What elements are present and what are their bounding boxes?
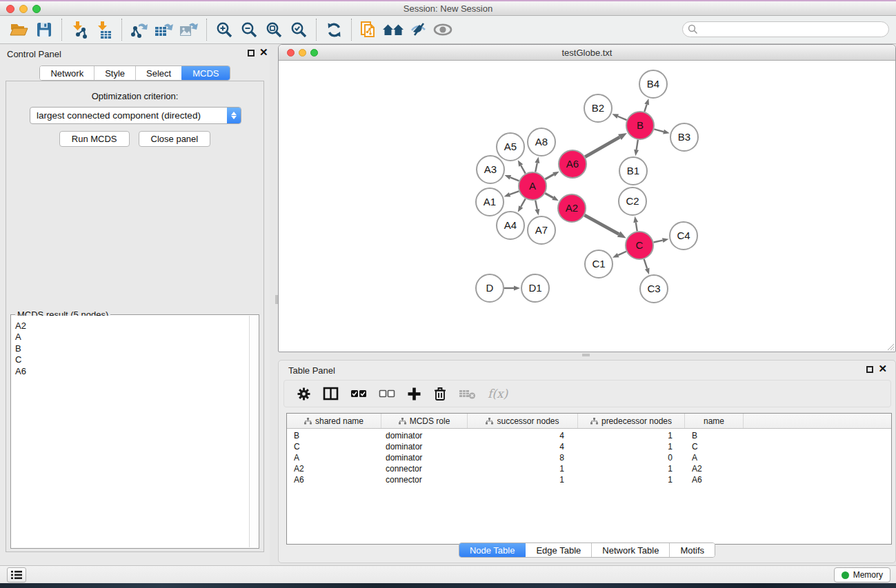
export-table-icon[interactable]: [152, 18, 177, 41]
tab-edge-table[interactable]: Edge Table: [526, 543, 592, 557]
zoom-out-icon[interactable]: [237, 18, 261, 41]
column-header-MCDS-role[interactable]: MCDS role: [381, 414, 468, 428]
export-image-icon[interactable]: [177, 18, 201, 41]
function-builder-icon[interactable]: f(x): [488, 387, 508, 401]
delete-table-icon[interactable]: [459, 387, 476, 400]
resize-grip-icon[interactable]: [886, 342, 895, 351]
column-header-predecessor-nodes[interactable]: predecessor nodes: [578, 414, 685, 428]
table-row[interactable]: Cdominator41C: [287, 442, 891, 453]
delete-column-trash-icon[interactable]: [433, 386, 447, 401]
graph-node-B[interactable]: B: [626, 112, 654, 139]
table-row[interactable]: Bdominator41B: [287, 431, 891, 442]
graph-node-D[interactable]: D: [476, 274, 504, 302]
close-panel-button[interactable]: Close panel: [139, 131, 211, 147]
open-session-icon[interactable]: [7, 18, 32, 41]
mcds-result-item[interactable]: B: [15, 343, 249, 354]
graph-edge[interactable]: [613, 252, 626, 258]
graph-node-A1[interactable]: A1: [476, 188, 504, 216]
zoom-in-icon[interactable]: [212, 18, 237, 41]
graph-node-A7[interactable]: A7: [528, 216, 555, 244]
export-network-icon[interactable]: [127, 18, 152, 41]
search-input[interactable]: [682, 21, 889, 37]
home-icon[interactable]: [381, 18, 406, 41]
graph-edge[interactable]: [535, 201, 539, 216]
table-row[interactable]: Adominator80A: [287, 453, 891, 464]
graph-edge[interactable]: [535, 157, 539, 172]
select-all-icon[interactable]: [350, 389, 367, 398]
graph-node-A2[interactable]: A2: [558, 194, 586, 222]
graph-edge[interactable]: [504, 191, 519, 196]
mcds-result-item[interactable]: A2: [15, 321, 249, 332]
import-network-icon[interactable]: [67, 18, 92, 41]
graph-edge[interactable]: [518, 160, 526, 174]
graph-edge[interactable]: [584, 215, 626, 238]
column-header-name[interactable]: name: [685, 414, 744, 428]
float-table-panel-icon[interactable]: [866, 366, 873, 373]
graph-edge[interactable]: [545, 193, 559, 201]
graph-node-C[interactable]: C: [626, 232, 653, 259]
graph-edge[interactable]: [545, 172, 559, 179]
mcds-result-item[interactable]: A: [15, 332, 249, 343]
graph-edge[interactable]: [585, 133, 627, 157]
refresh-layout-icon[interactable]: [321, 18, 346, 41]
zoom-selected-icon[interactable]: [286, 18, 311, 41]
run-mcds-button[interactable]: Run MCDS: [59, 131, 130, 147]
mcds-result-item[interactable]: C: [15, 354, 249, 365]
graph-node-D1[interactable]: D1: [521, 274, 549, 302]
graph-edge[interactable]: [612, 114, 626, 120]
tab-network-table[interactable]: Network Table: [592, 543, 670, 557]
column-header-successor-nodes[interactable]: successor nodes: [468, 414, 578, 428]
duplicate-network-icon[interactable]: [357, 18, 381, 41]
graph-node-A6[interactable]: A6: [559, 150, 586, 178]
graph-edge[interactable]: [634, 140, 639, 156]
graph-edge[interactable]: [504, 286, 520, 291]
graph-node-B2[interactable]: B2: [584, 94, 612, 122]
table-settings-gear-icon[interactable]: [297, 387, 311, 401]
tab-network[interactable]: Network: [40, 66, 94, 80]
tab-mcds[interactable]: MCDS: [181, 65, 230, 81]
graph-node-A4[interactable]: A4: [497, 212, 524, 239]
memory-button[interactable]: Memory: [834, 567, 890, 582]
criterion-select[interactable]: largest connected component (directed): [30, 107, 241, 124]
graph-node-A3[interactable]: A3: [477, 156, 504, 183]
graph-edge[interactable]: [654, 238, 669, 243]
network-canvas[interactable]: AA1A2A3A4A5A6A7A8BB1B2B3B4CC1C2C3C4DD1: [279, 61, 895, 352]
mcds-list-scrollbar[interactable]: [249, 316, 258, 547]
mcds-result-list[interactable]: A2ABCA6: [12, 316, 249, 547]
graph-edge[interactable]: [644, 99, 649, 112]
show-eye-icon[interactable]: [431, 18, 456, 41]
tab-node-table[interactable]: Node Table: [459, 543, 527, 558]
close-table-panel-icon[interactable]: ✕: [878, 363, 887, 375]
graph-node-C4[interactable]: C4: [670, 222, 697, 250]
float-panel-icon[interactable]: [248, 50, 255, 57]
graph-node-C2[interactable]: C2: [619, 187, 646, 215]
tab-motifs[interactable]: Motifs: [670, 543, 715, 557]
split-divider-handle[interactable]: [582, 354, 590, 356]
graph-node-C1[interactable]: C1: [585, 250, 613, 278]
graph-edge[interactable]: [504, 175, 519, 181]
graph-edge[interactable]: [518, 199, 526, 212]
graph-edge[interactable]: [644, 259, 650, 274]
tab-select[interactable]: Select: [136, 66, 182, 80]
close-panel-icon[interactable]: ✕: [259, 46, 268, 59]
table-row[interactable]: A2connector11A2: [287, 464, 891, 475]
task-history-button[interactable]: [7, 567, 26, 582]
show-columns-icon[interactable]: [323, 387, 339, 401]
tab-style[interactable]: Style: [94, 66, 136, 80]
zoom-fit-icon[interactable]: [261, 18, 286, 41]
graph-edge[interactable]: [654, 129, 669, 134]
graph-node-A8[interactable]: A8: [528, 128, 555, 156]
save-session-icon[interactable]: [32, 18, 57, 41]
hide-labels-icon[interactable]: [406, 18, 431, 41]
mcds-result-item[interactable]: A6: [15, 366, 249, 377]
import-table-icon[interactable]: [92, 18, 117, 41]
graph-node-C3[interactable]: C3: [640, 275, 668, 303]
table-row[interactable]: A6connector11A6: [287, 475, 891, 486]
graph-node-B3[interactable]: B3: [670, 123, 698, 151]
graph-node-A[interactable]: A: [519, 172, 546, 200]
column-header-shared-name[interactable]: shared name: [287, 414, 381, 428]
deselect-all-icon[interactable]: [379, 389, 395, 398]
graph-edge[interactable]: [633, 216, 638, 232]
graph-node-B1[interactable]: B1: [619, 157, 647, 185]
graph-node-A5[interactable]: A5: [497, 133, 524, 161]
